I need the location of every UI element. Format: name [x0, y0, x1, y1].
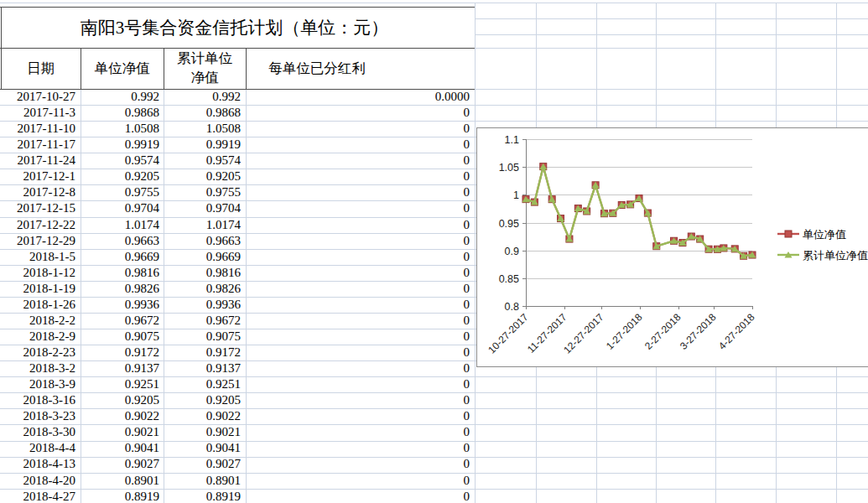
cell-dividend[interactable]: 0 [246, 376, 475, 392]
cell-cum-nav[interactable]: 0.9021 [164, 424, 246, 440]
cell-nav[interactable]: 0.9826 [81, 281, 164, 297]
cell-dividend[interactable]: 0 [246, 281, 475, 297]
cell-cum-nav[interactable]: 0.9075 [164, 329, 246, 345]
cell-cum-nav[interactable]: 0.9172 [164, 345, 246, 360]
cell-cum-nav[interactable]: 0.9672 [164, 313, 246, 329]
cell-date[interactable]: 2018-4-27 [1, 489, 81, 503]
cell-date[interactable]: 2018-2-9 [1, 329, 81, 345]
cell-nav[interactable]: 0.9704 [81, 200, 164, 216]
cell-dividend[interactable]: 0.0000 [246, 89, 475, 105]
cell-dividend[interactable]: 0 [246, 217, 475, 233]
cell-cum-nav[interactable]: 0.9919 [164, 137, 246, 153]
cell-dividend[interactable]: 0 [246, 169, 475, 184]
cell-cum-nav[interactable]: 0.9755 [164, 184, 246, 200]
cell-nav[interactable]: 0.9868 [81, 105, 164, 121]
cell-dividend[interactable]: 0 [246, 249, 475, 265]
cell-cum-nav[interactable]: 0.992 [164, 89, 246, 105]
header-cell-date[interactable]: 日期 [1, 48, 81, 89]
cell-cum-nav[interactable]: 1.0508 [164, 121, 246, 137]
legend-label[interactable]: 累计单位净值 [803, 249, 868, 262]
cell-dividend[interactable]: 0 [246, 345, 475, 360]
cell-nav[interactable]: 0.9137 [81, 360, 164, 376]
cell-cum-nav[interactable]: 0.9251 [164, 376, 246, 392]
cell-nav[interactable]: 0.9205 [81, 392, 164, 408]
cell-nav[interactable]: 0.9755 [81, 184, 164, 200]
cell-dividend[interactable]: 0 [246, 473, 475, 489]
cell-dividend[interactable]: 0 [246, 456, 475, 472]
cell-cum-nav[interactable]: 0.8901 [164, 473, 246, 489]
cell-nav[interactable]: 0.9027 [81, 456, 164, 472]
cell-date[interactable]: 2018-2-2 [1, 313, 81, 329]
cell-nav[interactable]: 0.9936 [81, 297, 164, 313]
cell-cum-nav[interactable]: 0.8919 [164, 489, 246, 503]
cell-nav[interactable]: 0.9663 [81, 233, 164, 249]
cell-dividend[interactable]: 0 [246, 121, 475, 137]
cell-cum-nav[interactable]: 0.9936 [164, 297, 246, 313]
nav-line-chart[interactable]: 1.11.0510.950.90.850.810-27-201711-27-20… [476, 127, 868, 367]
cell-cum-nav[interactable]: 0.9816 [164, 265, 246, 281]
cell-nav[interactable]: 0.9669 [81, 249, 164, 265]
cell-nav[interactable]: 0.9251 [81, 376, 164, 392]
cell-cum-nav[interactable]: 0.9704 [164, 200, 246, 216]
cell-dividend[interactable]: 0 [246, 105, 475, 121]
cell-dividend[interactable]: 0 [246, 265, 475, 281]
cell-cum-nav[interactable]: 0.9137 [164, 360, 246, 376]
cell-date[interactable]: 2018-3-16 [1, 392, 81, 408]
cell-dividend[interactable]: 0 [246, 233, 475, 249]
cell-date[interactable]: 2017-12-29 [1, 233, 81, 249]
cell-date[interactable]: 2018-1-26 [1, 297, 81, 313]
cell-date[interactable]: 2017-11-10 [1, 121, 81, 137]
cell-nav[interactable]: 0.9172 [81, 345, 164, 360]
cell-cum-nav[interactable]: 0.9205 [164, 392, 246, 408]
cell-date[interactable]: 2017-12-8 [1, 184, 81, 200]
cell-nav[interactable]: 0.9816 [81, 265, 164, 281]
cell-dividend[interactable]: 0 [246, 137, 475, 153]
cell-nav[interactable]: 1.0174 [81, 217, 164, 233]
cell-nav[interactable]: 0.9919 [81, 137, 164, 153]
cell-date[interactable]: 2017-11-17 [1, 137, 81, 153]
cell-date[interactable]: 2018-2-23 [1, 345, 81, 360]
cell-nav[interactable]: 0.9022 [81, 408, 164, 424]
cell-dividend[interactable]: 0 [246, 489, 475, 503]
cell-date[interactable]: 2018-3-23 [1, 408, 81, 424]
cell-date[interactable]: 2017-12-1 [1, 169, 81, 184]
cell-nav[interactable]: 0.9075 [81, 329, 164, 345]
cell-date[interactable]: 2017-11-3 [1, 105, 81, 121]
header-cell-cum-nav[interactable]: 累计单位净值 [164, 48, 246, 89]
cell-cum-nav[interactable]: 0.9205 [164, 169, 246, 184]
cell-date[interactable]: 2017-12-15 [1, 200, 81, 216]
cell-date[interactable]: 2017-12-22 [1, 217, 81, 233]
cell-dividend[interactable]: 0 [246, 360, 475, 376]
cell-date[interactable]: 2018-1-5 [1, 249, 81, 265]
cell-dividend[interactable]: 0 [246, 297, 475, 313]
cell-dividend[interactable]: 0 [246, 440, 475, 456]
cell-date[interactable]: 2018-1-12 [1, 265, 81, 281]
cell-date[interactable]: 2018-3-9 [1, 376, 81, 392]
cell-cum-nav[interactable]: 0.9041 [164, 440, 246, 456]
cell-date[interactable]: 2018-3-30 [1, 424, 81, 440]
header-cell-nav[interactable]: 单位净值 [81, 48, 164, 89]
cell-cum-nav[interactable]: 0.9826 [164, 281, 246, 297]
cell-nav[interactable]: 0.8901 [81, 473, 164, 489]
cell-nav[interactable]: 0.9672 [81, 313, 164, 329]
cell-cum-nav[interactable]: 0.9027 [164, 456, 246, 472]
cell-cum-nav[interactable]: 0.9868 [164, 105, 246, 121]
cell-nav[interactable]: 1.0508 [81, 121, 164, 137]
cell-date[interactable]: 2018-4-4 [1, 440, 81, 456]
cell-cum-nav[interactable]: 0.9574 [164, 153, 246, 169]
chart-legend[interactable]: 单位净值累计单位净值 [777, 228, 868, 262]
cell-date[interactable]: 2017-11-24 [1, 153, 81, 169]
cell-cum-nav[interactable]: 1.0174 [164, 217, 246, 233]
cell-dividend[interactable]: 0 [246, 313, 475, 329]
cell-date[interactable]: 2018-3-2 [1, 360, 81, 376]
cell-date[interactable]: 2018-4-13 [1, 456, 81, 472]
cell-date[interactable]: 2017-10-27 [1, 89, 81, 105]
cell-dividend[interactable]: 0 [246, 392, 475, 408]
cell-date[interactable]: 2018-1-19 [1, 281, 81, 297]
legend-label[interactable]: 单位净值 [803, 228, 846, 241]
cell-nav[interactable]: 0.8919 [81, 489, 164, 503]
cell-nav[interactable]: 0.9041 [81, 440, 164, 456]
cell-cum-nav[interactable]: 0.9663 [164, 233, 246, 249]
cell-dividend[interactable]: 0 [246, 200, 475, 216]
cell-nav[interactable]: 0.9021 [81, 424, 164, 440]
